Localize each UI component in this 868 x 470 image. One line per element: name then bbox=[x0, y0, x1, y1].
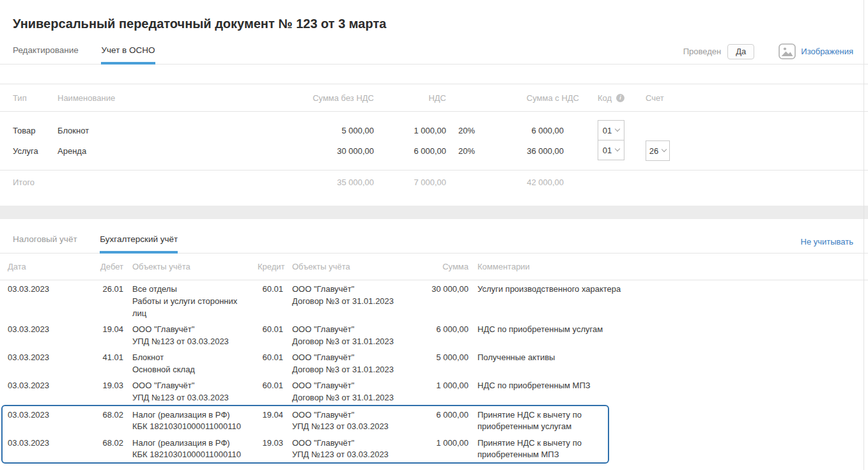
cell-debit-objects: ООО "Главучёт" УПД №123 от 03.03.2023 bbox=[132, 323, 249, 347]
col-sum-without-vat: Сумма без НДС bbox=[268, 93, 374, 103]
total-vat: 7 000,00 bbox=[374, 178, 446, 187]
cell-type: Услуга bbox=[13, 146, 58, 156]
postings-table: Дата Дебет Объекты учёта Кредит Объекты … bbox=[0, 254, 868, 464]
highlighted-rows-box: 03.03.2023 68.02 Налог (реализация в РФ)… bbox=[1, 405, 609, 464]
posting-row-highlighted[interactable]: 03.03.2023 68.02 Налог (реализация в РФ)… bbox=[3, 406, 608, 434]
info-icon[interactable]: i bbox=[616, 94, 624, 102]
code-value: 01 bbox=[603, 126, 612, 135]
header-right-controls: Проведен Да Изображения bbox=[683, 43, 853, 59]
col-name: Наименование bbox=[58, 93, 268, 103]
cell-credit: 60.01 bbox=[258, 323, 283, 335]
chevron-down-icon bbox=[662, 147, 667, 152]
cell-vat-rate: 20% bbox=[446, 126, 486, 135]
cell-credit: 19.03 bbox=[258, 437, 283, 449]
cell-comment: НДС по приобретенным услугам bbox=[477, 323, 621, 335]
cell-sum-with-vat: 36 000,00 bbox=[486, 146, 579, 156]
accounting-tabs: Налоговый учёт Бухгалтерский учёт Не учи… bbox=[0, 234, 868, 254]
cell-comment: Полученные активы bbox=[477, 351, 621, 363]
posted-toggle[interactable]: Да bbox=[727, 44, 754, 59]
col-sum-with-vat: Сумма с НДС bbox=[486, 93, 579, 103]
tab-osno-accounting[interactable]: Учет в ОСНО bbox=[101, 45, 155, 64]
cell-debit: 19.04 bbox=[94, 323, 123, 335]
cell-sum-without-vat: 5 000,00 bbox=[268, 126, 374, 135]
cell-name: Аренда bbox=[58, 146, 268, 156]
cell-vat-rate: 20% bbox=[446, 146, 486, 156]
cell-credit-objects: ООО "Главучёт" Договор №3 от 31.01.2023 bbox=[292, 323, 420, 347]
total-sum-without-vat: 35 000,00 bbox=[268, 178, 374, 187]
cell-vat: 1 000,00 bbox=[374, 126, 446, 135]
tab-book-accounting[interactable]: Бухгалтерский учёт bbox=[100, 234, 178, 253]
col-credit: Кредит bbox=[258, 262, 283, 271]
page-title: Универсальный передаточный документ № 12… bbox=[0, 0, 868, 31]
cell-comment: Услуги производственного характера bbox=[477, 283, 621, 295]
cell-debit: 19.03 bbox=[94, 379, 123, 391]
posted-label: Проведен bbox=[683, 47, 722, 56]
code-select[interactable]: 01 bbox=[598, 140, 624, 160]
account-select[interactable]: 26 bbox=[646, 140, 670, 161]
cell-date: 03.03.2023 bbox=[8, 409, 85, 421]
cell-credit-objects: ООО "Главучёт" Договор №3 от 31.01.2023 bbox=[292, 351, 420, 375]
item-row[interactable]: Товар Блокнот 5 000,00 1 000,00 20% 6 00… bbox=[0, 120, 868, 140]
cell-sum: 1 000,00 bbox=[429, 437, 469, 449]
cell-credit: 19.04 bbox=[258, 409, 283, 421]
cell-debit-objects: Блокнот Основной склад bbox=[132, 351, 249, 375]
total-sum-with-vat: 42 000,00 bbox=[486, 178, 579, 187]
posting-row[interactable]: 03.03.2023 19.04 ООО "Главучёт" УПД №123… bbox=[0, 321, 868, 349]
cell-sum: 30 000,00 bbox=[429, 283, 469, 295]
cell-name: Блокнот bbox=[58, 126, 268, 135]
cell-debit-objects: Налог (реализация в РФ) КБК 182103010000… bbox=[132, 409, 249, 432]
col-comment: Комментарии bbox=[477, 262, 621, 271]
col-account: Счет bbox=[643, 93, 868, 103]
cell-debit-objects: ООО "Главучёт" УПД №123 от 03.03.2023 bbox=[132, 379, 249, 404]
code-value: 01 bbox=[603, 146, 612, 155]
cell-credit: 60.01 bbox=[258, 379, 283, 391]
account-value: 26 bbox=[649, 146, 658, 156]
cell-credit-objects: ООО "Главучёт" УПД №123 от 03.03.2023 bbox=[292, 409, 420, 432]
cell-comment: Принятие НДС к вычету по приобретенным М… bbox=[477, 437, 602, 460]
cell-credit: 60.01 bbox=[258, 351, 283, 363]
images-link[interactable]: Изображения bbox=[801, 47, 853, 56]
postings-table-header: Дата Дебет Объекты учёта Кредит Объекты … bbox=[0, 254, 868, 280]
cell-comment: НДС по приобретенным МПЗ bbox=[477, 379, 621, 391]
ignore-link[interactable]: Не учитывать bbox=[801, 237, 854, 246]
col-credit-objects: Объекты учёта bbox=[292, 262, 420, 271]
item-row[interactable]: Услуга Аренда 30 000,00 6 000,00 20% 36 … bbox=[0, 140, 868, 161]
cell-date: 03.03.2023 bbox=[8, 379, 85, 391]
chevron-down-icon bbox=[615, 126, 620, 132]
items-table-header: Тип Наименование Сумма без НДС НДС Сумма… bbox=[0, 84, 868, 112]
cell-sum-without-vat: 30 000,00 bbox=[268, 146, 374, 156]
image-icon[interactable] bbox=[779, 43, 796, 59]
cell-sum: 5 000,00 bbox=[429, 351, 469, 363]
chevron-down-icon bbox=[615, 146, 620, 151]
col-type: Тип bbox=[13, 93, 58, 103]
posting-row[interactable]: 03.03.2023 26.01 Все отделы Работы и усл… bbox=[0, 280, 868, 321]
cell-sum-with-vat: 6 000,00 bbox=[486, 126, 579, 135]
cell-debit-objects: Все отделы Работы и услуги сторонних лиц bbox=[132, 283, 249, 319]
posting-row[interactable]: 03.03.2023 19.03 ООО "Главучёт" УПД №123… bbox=[0, 377, 868, 405]
code-select[interactable]: 01 bbox=[598, 120, 624, 140]
cell-date: 03.03.2023 bbox=[8, 351, 85, 363]
col-vat: НДС bbox=[374, 93, 446, 103]
cell-credit-objects: ООО "Главучёт" УПД №123 от 03.03.2023 bbox=[292, 437, 420, 460]
cell-sum: 6 000,00 bbox=[429, 323, 469, 335]
cell-date: 03.03.2023 bbox=[8, 323, 85, 335]
col-code: Код bbox=[598, 93, 612, 103]
totals-row: Итого 35 000,00 7 000,00 42 000,00 bbox=[0, 171, 868, 194]
tab-editing[interactable]: Редактирование bbox=[13, 45, 79, 64]
cell-debit: 41.01 bbox=[94, 351, 123, 363]
cell-date: 03.03.2023 bbox=[8, 437, 85, 449]
cell-sum: 1 000,00 bbox=[429, 379, 469, 391]
total-label: Итого bbox=[13, 178, 58, 187]
cell-type: Товар bbox=[13, 126, 58, 135]
cell-credit-objects: ООО "Главучёт" Договор №3 от 31.01.2023 bbox=[292, 379, 420, 404]
cell-debit: 68.02 bbox=[94, 409, 123, 421]
cell-debit-objects: Налог (реализация в РФ) КБК 182103010000… bbox=[132, 437, 249, 460]
section-separator bbox=[0, 206, 868, 219]
posting-row[interactable]: 03.03.2023 41.01 Блокнот Основной склад … bbox=[0, 349, 868, 377]
cell-sum: 6 000,00 bbox=[429, 409, 469, 421]
col-debit-objects: Объекты учёта bbox=[132, 262, 249, 271]
cell-debit: 26.01 bbox=[94, 283, 123, 295]
cell-debit: 68.02 bbox=[94, 437, 123, 449]
posting-row-highlighted[interactable]: 03.03.2023 68.02 Налог (реализация в РФ)… bbox=[3, 434, 608, 462]
tab-tax-accounting[interactable]: Налоговый учёт bbox=[13, 234, 77, 253]
